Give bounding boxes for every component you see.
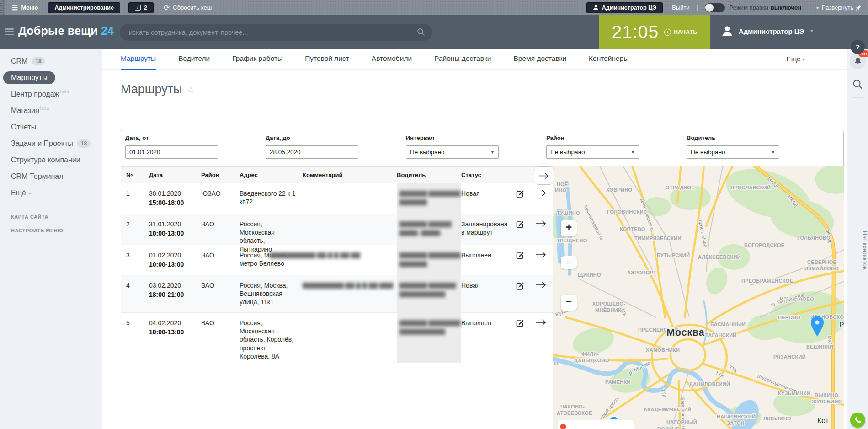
table-scroll-right-button[interactable]	[534, 166, 554, 185]
open-route-button[interactable]	[535, 183, 554, 214]
map-label: БОГОРОДСКОЕ	[744, 242, 784, 248]
date-from-input[interactable]	[125, 145, 218, 159]
map-label: ДАНИЛОВСКИЙ	[689, 381, 730, 387]
map-label: ТАГАНСКИЙ	[705, 332, 737, 338]
sidebar-item-more[interactable]: Ещё ▾	[0, 185, 102, 201]
admin-user-button[interactable]: Администратор ЦЭ	[586, 2, 663, 13]
edit-button[interactable]	[515, 245, 535, 275]
map-canvas: ХОВРИНООТРАДНОЕЯРОСЛАВСКИЙМКАДМКАДМКАДМК…	[553, 166, 844, 429]
tab-routes[interactable]: Маршруты	[121, 49, 156, 70]
open-route-button[interactable]	[535, 245, 554, 275]
map-label: ОТРАДНОЕ	[666, 185, 695, 190]
logout-link[interactable]: Выйти	[672, 4, 690, 11]
interval-select[interactable]: Не выбрано ▼	[406, 145, 499, 159]
configure-menu-link[interactable]: НАСТРОИТЬ МЕНЮ	[11, 228, 63, 233]
sidebar-item-label: Структура компании	[11, 156, 80, 164]
search-input[interactable]	[120, 24, 432, 41]
right-rail: 99+ Нет контактов	[847, 49, 868, 429]
chevron-down-icon: ▼	[809, 29, 814, 33]
cell-date: 01.02.202010:00-13:00	[149, 245, 201, 275]
search-icon[interactable]	[417, 28, 425, 36]
drag-handle[interactable]	[0, 0, 5, 15]
edit-button[interactable]	[515, 313, 535, 363]
info-count: 2	[144, 5, 147, 11]
tab-delivery-time[interactable]: Время доставки	[513, 49, 566, 70]
reset-cache-button[interactable]: ⟳ Сбросить кеш	[164, 4, 212, 11]
tab-delivery-districts[interactable]: Районы доставки	[434, 49, 491, 70]
sidebar-item-shop[interactable]: Магазин beta	[0, 102, 102, 119]
table-row: 2 31.01.202010:00-13:00 ВАО Россия, Моск…	[121, 214, 554, 245]
map-ruler-button[interactable]: ········	[561, 256, 577, 269]
sidebar-item-sales-center[interactable]: Центр продаж beta	[0, 86, 102, 102]
logo[interactable]: Добрые вещи24	[18, 24, 114, 38]
cell-address: Введенского 22 к 1 кв72	[240, 183, 303, 214]
notifications-button[interactable]: 99+	[850, 53, 866, 69]
map-label: Кот	[817, 417, 829, 424]
rail-search-button[interactable]	[852, 79, 863, 90]
map-label: ГОЛОВИНСКИЙ	[607, 209, 647, 214]
edit-mode-state: выключен	[771, 4, 801, 11]
logo-suffix: 24	[101, 24, 114, 37]
edit-button[interactable]	[515, 275, 535, 312]
map-label: АЭРОПОРТ	[627, 270, 656, 275]
open-route-button[interactable]	[535, 313, 554, 363]
arrow-right-icon	[535, 319, 547, 326]
map-zoom-out-button[interactable]: −	[561, 295, 577, 311]
sidebar-item-crm[interactable]: CRM 18	[0, 53, 102, 70]
chevron-down-icon: ▼	[771, 150, 775, 155]
tabs-more-button[interactable]: Еще▾	[786, 55, 805, 63]
map-label: Ре	[839, 321, 844, 329]
arrow-right-icon	[535, 251, 547, 258]
open-route-button[interactable]	[535, 275, 554, 312]
chevron-down-icon: ▾	[816, 5, 819, 10]
map-zoom-in-button[interactable]: +	[561, 220, 577, 236]
district-select[interactable]: Не выбрано ▼	[546, 145, 639, 159]
arrow-right-icon	[535, 281, 547, 289]
table-row: 1 30.01.202015:00-18:00 ЮЗАО Введенского…	[121, 183, 554, 214]
menu-hamburger-icon[interactable]	[5, 28, 14, 36]
col-date: Дата	[149, 172, 201, 178]
sidebar-item-reports[interactable]: Отчеты	[0, 119, 102, 135]
sidebar-item-label: CRM	[11, 57, 27, 65]
help-button[interactable]: ?	[851, 40, 865, 54]
map-label: ХОРОШЁВО-	[592, 301, 625, 306]
sidebar-item-label: Задачи и Проекты	[11, 139, 73, 148]
map-label: ТУШИНО	[557, 210, 580, 216]
sidebar-item-crm-terminal[interactable]: CRM Терминал	[0, 168, 102, 185]
edit-mode-toggle[interactable]	[705, 3, 725, 12]
main-header: Добрые вещи24 21:05 НАЧАТЬ Администратор…	[0, 15, 868, 49]
map-label: НОЕ	[557, 182, 568, 187]
phone-widget-button[interactable]	[850, 413, 865, 428]
tab-containers[interactable]: Контейнеры	[589, 49, 628, 70]
tab-schedule[interactable]: График работы	[232, 49, 282, 70]
tab-waybill[interactable]: Путевой лист	[305, 49, 349, 70]
cell-comment: ▇▇▇▇▇▇▇▇▇▇ ▇▇ ▇ ▇ ▇▇ ▇▇	[303, 245, 397, 275]
tab-drivers[interactable]: Водители	[178, 49, 210, 70]
sidebar-item-routes[interactable]: Маршруты	[0, 70, 102, 86]
work-timer[interactable]: 21:05 НАЧАТЬ	[599, 15, 710, 49]
sidebar-item-company-structure[interactable]: Структура компании	[0, 152, 102, 168]
collapse-label: Развернуть	[822, 4, 853, 11]
map[interactable]: ХОВРИНООТРАДНОЕЯРОСЛАВСКИЙМКАДМКАДМКАДМК…	[553, 166, 844, 429]
sidebar-item-tasks[interactable]: Задачи и Проекты 18	[0, 135, 102, 152]
date-to-input[interactable]	[266, 145, 358, 159]
sitemap-link[interactable]: КАРТА САЙТА	[11, 214, 48, 220]
pin-icon[interactable]	[855, 5, 862, 11]
edit-button[interactable]	[515, 183, 535, 214]
timer-start-button[interactable]: НАЧАТЬ	[664, 29, 697, 36]
map-label: ЛЮБЛИНО	[763, 416, 791, 421]
administration-button[interactable]: Администрирование	[48, 2, 120, 13]
admin-menu-button[interactable]: ☰ Меню	[12, 4, 38, 11]
info-counter-button[interactable]: i 2	[128, 2, 154, 13]
header-user-menu[interactable]: Администратор ЦЭ ▼	[721, 25, 814, 37]
driver-select[interactable]: Не выбрано ▼	[687, 145, 779, 159]
status-badge: Новая	[461, 183, 515, 214]
favorite-star-icon[interactable]: ☆	[186, 84, 195, 95]
col-comment: Комментарий	[303, 172, 397, 178]
filter-label: Интервал	[406, 134, 499, 141]
tab-cars[interactable]: Автомобили	[372, 49, 412, 70]
collapse-button[interactable]: ▾ Развернуть	[816, 4, 853, 11]
divider	[852, 97, 864, 98]
cell-district: ЮЗАО	[201, 183, 240, 214]
counter-badge: 18	[32, 57, 45, 65]
